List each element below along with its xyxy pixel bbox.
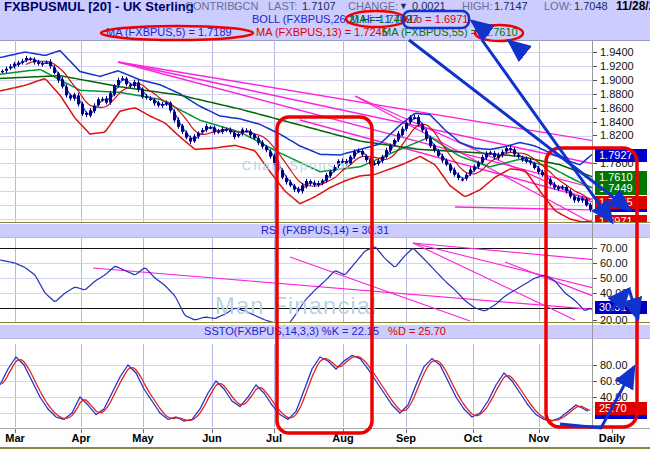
ssto-panel-header: SSTO(FXBPUS,14,3,3) %K = 22.15 %D = 25.7…: [0, 324, 650, 339]
highlighted-value-box: 1.7927: [595, 149, 647, 162]
rsi-panel-header: RSI (FXBPUS,14) = 30.31: [0, 223, 650, 238]
axis-label: 1.8400: [600, 116, 634, 128]
change-down-arrow-icon: ▼: [399, 0, 408, 13]
axis-tick: [593, 248, 597, 249]
axis-tick: [593, 80, 597, 81]
highlighted-value-box: 25.70: [595, 402, 647, 415]
axis-label: 50.00: [600, 272, 628, 284]
month-label: Apr: [72, 432, 91, 444]
axis-label: 1.8200: [600, 129, 634, 141]
ssto-chart-canvas[interactable]: [0, 344, 593, 427]
axis-label: 1.9200: [600, 60, 634, 72]
chart-application-window: FXBPUSMUL [20] - UK Sterling CONTRIB: GC…: [0, 0, 650, 450]
month-label: Oct: [464, 432, 482, 444]
change-label: CHANGE:: [348, 0, 398, 13]
moving-average-values-bar: MA (FXBPUS,5) = 1.7189 MA (FXBPUS,13) = …: [0, 26, 650, 41]
month-tick: [15, 429, 16, 433]
axis-tick: [593, 52, 597, 53]
month-tick: [612, 429, 613, 433]
ssto-axis[interactable]: 80.0060.0040.0025.70: [593, 344, 650, 427]
axis-tick: [593, 381, 597, 382]
last-value: 1.7107: [302, 0, 336, 13]
bollinger-values-bar: BOLL (FXBPUS,26,2) Hi = 1.7927 MA = 1.74…: [0, 13, 650, 26]
rsi-axis[interactable]: 70.0060.0050.0040.0020.0030.31: [593, 238, 650, 322]
month-tick: [473, 429, 474, 433]
axis-column-divider: [592, 40, 593, 446]
month-label: Sep: [396, 432, 416, 444]
month-label: May: [132, 432, 153, 444]
month-tick: [81, 429, 82, 433]
low-label: LOW:: [544, 0, 572, 13]
month-tick: [274, 429, 275, 433]
month-tick: [212, 429, 213, 433]
instrument-title: FXBPUSMUL [20] - UK Sterling: [4, 0, 194, 13]
highlighted-value-box: 1.7449: [595, 182, 647, 195]
axis-tick: [593, 122, 597, 123]
axis-label: 1.8800: [600, 88, 634, 100]
axis-tick: [593, 163, 597, 164]
high-label: HIGH:: [462, 0, 493, 13]
high-value: 1.7147: [494, 0, 528, 13]
quote-header-bar: FXBPUSMUL [20] - UK Sterling CONTRIB: GC…: [0, 0, 650, 14]
axis-tick: [593, 293, 597, 294]
rsi-chart-canvas[interactable]: [0, 238, 593, 322]
month-label: Nov: [529, 432, 550, 444]
axis-tick: [593, 108, 597, 109]
axis-tick: [593, 66, 597, 67]
highlighted-value-box: 1.7245: [595, 196, 647, 209]
highlighted-value-box: 30.31: [595, 301, 647, 314]
axis-label: 60.00: [600, 257, 628, 269]
axis-tick: [593, 94, 597, 95]
time-axis[interactable]: MarAprMayJunJulAugSepOctNovDaily: [0, 428, 650, 447]
month-label: Jun: [202, 432, 222, 444]
ma13-value: MA (FXBPUS,13) = 1.7245: [256, 26, 388, 39]
axis-label: 1.9400: [600, 46, 634, 58]
axis-tick: [593, 263, 597, 264]
ma55-value: 1.7610: [484, 26, 518, 39]
change-value: 0.0021: [412, 0, 446, 13]
bottom-border: [0, 447, 650, 449]
main-price-chart-canvas[interactable]: [0, 40, 593, 222]
month-tick: [143, 429, 144, 433]
month-label: Aug: [332, 432, 353, 444]
low-value: 1.7048: [574, 0, 608, 13]
ssto-header-k-text: SSTO(FXBPUS,14,3,3) %K = 22.15: [204, 325, 379, 337]
axis-tick: [593, 397, 597, 398]
axis-tick: [593, 320, 597, 321]
boll-lo-value: Lo = 1.6971: [410, 13, 468, 26]
axis-label: 40.00: [600, 287, 628, 299]
ma5-value: MA (FXBPUS,5) = 1.7189: [106, 26, 232, 39]
panel-separator: [0, 322, 650, 323]
axis-tick: [593, 365, 597, 366]
quote-date: 11/28/2005: [616, 0, 650, 13]
boll-ma-value: MA = 1.7449: [350, 13, 412, 26]
ma55-label: MA (FXBPUS,55) =: [382, 26, 477, 39]
month-tick: [343, 429, 344, 433]
last-label: LAST:: [268, 0, 297, 13]
month-tick: [406, 429, 407, 433]
axis-label: 70.00: [600, 242, 628, 254]
price-axis[interactable]: 1.94001.92001.90001.88001.86001.84001.82…: [593, 40, 650, 222]
axis-tick: [593, 135, 597, 136]
axis-label: 1.8600: [600, 102, 634, 114]
month-label: Mar: [5, 432, 25, 444]
rsi-header-text: RSI (FXBPUS,14) = 30.31: [261, 224, 389, 236]
axis-label: 60.00: [600, 375, 628, 387]
axis-label: 1.9000: [600, 74, 634, 86]
axis-tick: [593, 278, 597, 279]
month-label: Jul: [266, 432, 282, 444]
month-label: Daily: [599, 432, 625, 444]
contrib-value: GCN: [234, 0, 258, 13]
month-tick: [539, 429, 540, 433]
axis-label: 80.00: [600, 359, 628, 371]
contrib-label: CONTRIB:: [185, 0, 238, 13]
price-marker-bar: [595, 415, 647, 419]
ssto-header-d-text: %D = 25.70: [388, 325, 446, 337]
